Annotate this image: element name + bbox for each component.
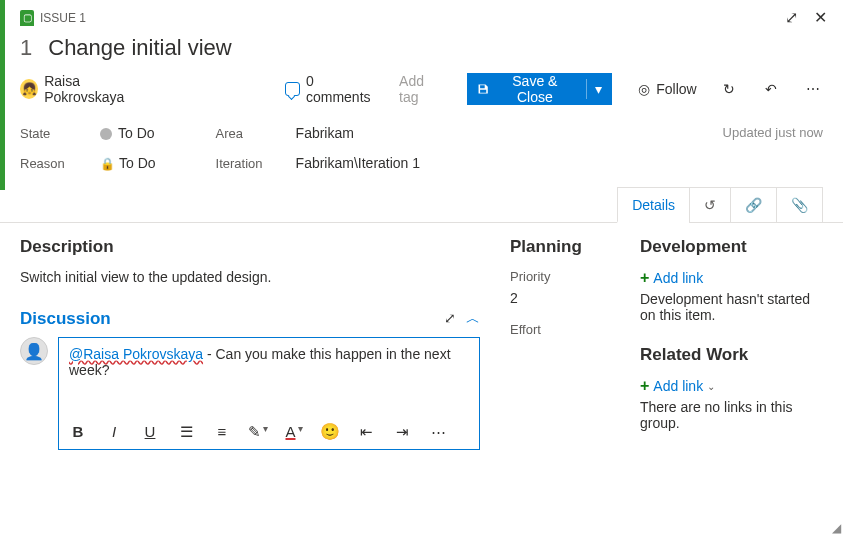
- col-planning: Planning Priority 2 Effort: [510, 237, 610, 450]
- assignee[interactable]: 👧 Raisa Pokrovskaya: [20, 73, 153, 105]
- editor-toolbar: B I U ☰ ≡ ✎▾ A▾ 🙂 ⇤ ⇥ ⋯: [59, 416, 479, 449]
- discussion-expand-icon[interactable]: ⤢: [444, 310, 456, 328]
- development-hint: Development hasn't started on this item.: [640, 291, 823, 323]
- bullet-list-button[interactable]: ☰: [177, 423, 195, 441]
- col-description: Description Switch initial view to the u…: [20, 237, 480, 450]
- discussion-avatar: 👤: [20, 337, 48, 365]
- title-row: 1 Change initial view: [0, 31, 843, 69]
- follow-label: Follow: [656, 81, 696, 97]
- italic-button[interactable]: I: [105, 423, 123, 440]
- outdent-button[interactable]: ⇤: [357, 423, 375, 441]
- plus-icon: +: [640, 377, 649, 395]
- description-title: Description: [20, 237, 480, 257]
- priority-label: Priority: [510, 269, 610, 284]
- discussion-collapse-icon[interactable]: ︿: [466, 310, 480, 328]
- editor-content[interactable]: @Raisa Pokrovskaya - Can you make this h…: [59, 338, 479, 416]
- tab-details[interactable]: Details: [617, 187, 689, 223]
- tab-attachments[interactable]: 📎: [776, 187, 823, 222]
- discussion-editor[interactable]: @Raisa Pokrovskaya - Can you make this h…: [58, 337, 480, 450]
- fields: State To Do Reason 🔒To Do Area Fabrikam …: [0, 115, 843, 187]
- comments-label: 0 comments: [306, 73, 375, 105]
- issue-badge: ▢ ISSUE 1: [20, 10, 86, 26]
- numbered-list-button[interactable]: ≡: [213, 423, 231, 440]
- updated-label: Updated just now: [723, 125, 823, 140]
- expand-icon[interactable]: ⤢: [785, 8, 798, 27]
- lock-icon: 🔒: [100, 157, 115, 171]
- save-label: Save & Close: [498, 73, 573, 105]
- reason-value[interactable]: 🔒To Do: [100, 155, 156, 171]
- priority-value[interactable]: 2: [510, 290, 610, 306]
- refresh-icon[interactable]: ↻: [719, 78, 739, 100]
- history-icon: ↺: [704, 197, 716, 213]
- description-text[interactable]: Switch initial view to the updated desig…: [20, 269, 480, 285]
- discussion-header: Discussion ⤢ ︿: [20, 309, 480, 329]
- follow-button[interactable]: ◎ Follow: [638, 81, 696, 97]
- related-title: Related Work: [640, 345, 823, 365]
- mention[interactable]: @Raisa Pokrovskaya: [69, 346, 203, 362]
- resize-handle[interactable]: ◢: [832, 521, 841, 535]
- comment-icon: [285, 82, 300, 96]
- add-tag[interactable]: Add tag: [399, 73, 443, 105]
- follow-icon: ◎: [638, 81, 650, 97]
- indent-button[interactable]: ⇥: [393, 423, 411, 441]
- save-dropdown[interactable]: ▾: [586, 79, 602, 99]
- plus-icon: +: [640, 269, 649, 287]
- issue-id: 1: [20, 35, 32, 61]
- related-hint: There are no links in this group.: [640, 399, 823, 431]
- area-label: Area: [216, 126, 272, 141]
- save-close-button[interactable]: Save & Close ▾: [467, 73, 612, 105]
- discussion-title: Discussion: [20, 309, 111, 329]
- emoji-button[interactable]: 🙂: [321, 422, 339, 441]
- issue-type-icon: ▢: [20, 10, 34, 26]
- tab-links[interactable]: 🔗: [730, 187, 776, 222]
- header: ▢ ISSUE 1 ⤢ ✕: [0, 0, 843, 31]
- state-dot-icon: [100, 128, 112, 140]
- assignee-name: Raisa Pokrovskaya: [44, 73, 153, 105]
- attachment-icon: 📎: [791, 197, 808, 213]
- fields-col-1: State To Do Reason 🔒To Do: [20, 125, 156, 171]
- development-title: Development: [640, 237, 823, 257]
- related-add-link-label: Add link: [653, 378, 703, 394]
- iteration-label: Iteration: [216, 156, 272, 171]
- area-value[interactable]: Fabrikam: [296, 125, 354, 141]
- chevron-down-icon: ⌄: [707, 381, 715, 392]
- more-icon[interactable]: ⋯: [803, 78, 823, 100]
- fields-col-2: Area Fabrikam Iteration Fabrikam\Iterati…: [216, 125, 421, 171]
- highlight-button[interactable]: ✎▾: [249, 423, 267, 441]
- issue-title[interactable]: Change initial view: [48, 35, 231, 61]
- comments-count[interactable]: 0 comments: [285, 73, 375, 105]
- tabs: Details ↺ 🔗 📎: [0, 187, 843, 223]
- state-value[interactable]: To Do: [100, 125, 155, 141]
- planning-title: Planning: [510, 237, 610, 257]
- window-controls: ⤢ ✕: [785, 8, 827, 27]
- related-add-link[interactable]: + Add link ⌄: [640, 377, 823, 395]
- text-color-button[interactable]: A▾: [285, 423, 303, 440]
- body: Description Switch initial view to the u…: [0, 223, 843, 450]
- save-icon: [477, 82, 489, 96]
- issue-label: ISSUE 1: [40, 11, 86, 25]
- reason-label: Reason: [20, 156, 76, 171]
- discussion-box: 👤 @Raisa Pokrovskaya - Can you make this…: [20, 337, 480, 450]
- col-right: Development + Add link Development hasn'…: [640, 237, 823, 450]
- link-icon: 🔗: [745, 197, 762, 213]
- dev-add-link-label: Add link: [653, 270, 703, 286]
- underline-button[interactable]: U: [141, 423, 159, 440]
- toolbar-more-button[interactable]: ⋯: [429, 423, 447, 441]
- state-label: State: [20, 126, 76, 141]
- effort-label: Effort: [510, 322, 610, 337]
- undo-icon[interactable]: ↶: [761, 78, 781, 100]
- close-icon[interactable]: ✕: [814, 8, 827, 27]
- bold-button[interactable]: B: [69, 423, 87, 440]
- avatar: 👧: [20, 79, 38, 99]
- dev-add-link[interactable]: + Add link: [640, 269, 823, 287]
- iteration-value[interactable]: Fabrikam\Iteration 1: [296, 155, 421, 171]
- meta-row: 👧 Raisa Pokrovskaya 0 comments Add tag S…: [0, 69, 843, 115]
- tab-history[interactable]: ↺: [689, 187, 730, 222]
